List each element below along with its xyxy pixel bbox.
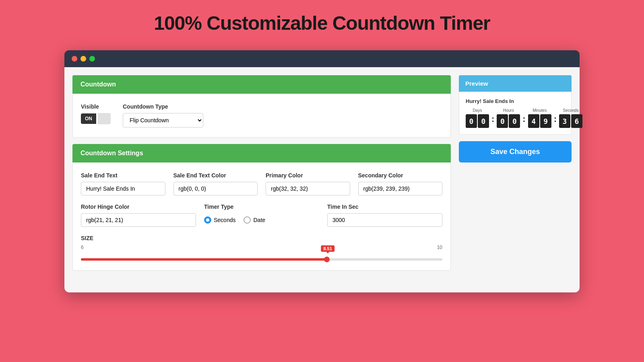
primary-color-label: Primary Color <box>266 172 350 179</box>
time-in-sec-input[interactable] <box>327 213 442 227</box>
seconds-digit-2: 6 <box>571 114 582 128</box>
preview-header: Preview <box>459 75 572 92</box>
rotor-hinge-input[interactable] <box>81 213 196 227</box>
preview-sale-text: Hurry! Sale Ends In <box>466 98 565 104</box>
slider-track[interactable]: 8.51 <box>81 258 442 261</box>
slider-thumb[interactable]: 8.51 <box>324 257 330 262</box>
slider-tooltip: 8.51 <box>321 245 334 252</box>
slider-fill <box>81 258 327 261</box>
timer-type-label: Timer Type <box>204 204 319 210</box>
rotor-hinge-label: Rotor Hinge Color <box>81 204 196 210</box>
minimize-icon[interactable] <box>80 56 86 62</box>
sale-end-color-group: Sale End Text Color <box>173 172 258 195</box>
countdown-days-unit: Days 0 0 <box>466 108 489 128</box>
countdown-seconds-unit: Seconds 3 6 <box>559 108 582 128</box>
slider-labels: 6 10 <box>81 245 442 250</box>
timer-type-group: Timer Type Seconds Date <box>204 204 319 227</box>
seconds-label: Seconds <box>563 108 579 113</box>
minutes-label: Minutes <box>533 108 547 113</box>
seconds-radio-label: Seconds <box>214 217 235 223</box>
secondary-color-input[interactable] <box>358 182 443 195</box>
maximize-icon[interactable] <box>89 56 95 62</box>
primary-color-input[interactable] <box>266 182 350 195</box>
days-digits: 0 0 <box>466 114 489 128</box>
separator-3: : <box>553 108 557 124</box>
secondary-color-label: Secondary Color <box>358 172 443 179</box>
size-section: SIZE 6 10 8.51 <box>81 235 442 261</box>
browser-content: Countdown Visible ON Countdown Type <box>64 67 580 292</box>
timer-type-date-option[interactable]: Date <box>244 216 265 224</box>
countdown-section-header: Countdown <box>72 75 451 94</box>
visible-group: Visible ON <box>81 103 111 124</box>
browser-window: Countdown Visible ON Countdown Type <box>64 50 580 292</box>
days-digit-1: 0 <box>466 114 477 128</box>
close-icon[interactable] <box>72 56 77 62</box>
preview-panel: Preview Hurry! Sale Ends In Days 0 0 : <box>459 75 572 284</box>
minutes-digit-2: 9 <box>540 114 551 128</box>
date-radio-label: Date <box>253 217 265 223</box>
minutes-digits: 4 9 <box>528 114 551 128</box>
page-title: 100% Customizable Countdown Timer <box>154 12 490 34</box>
seconds-digit-1: 3 <box>559 114 570 128</box>
seconds-radio-checked <box>204 216 211 224</box>
hours-digits: 0 0 <box>497 114 520 128</box>
toggle-on-label: ON <box>81 113 96 124</box>
countdown-display: Days 0 0 : Hours 0 0 <box>466 108 565 128</box>
time-in-sec-label: Time In Sec <box>327 204 442 210</box>
countdown-form-row: Visible ON Countdown Type Flip Countdown… <box>81 103 442 128</box>
preview-section: Preview Hurry! Sale Ends In Days 0 0 : <box>459 75 572 135</box>
main-panel: Countdown Visible ON Countdown Type <box>72 75 451 284</box>
countdown-hours-unit: Hours 0 0 <box>497 108 520 128</box>
secondary-color-group: Secondary Color <box>358 172 443 195</box>
sale-end-text-input[interactable] <box>81 182 165 195</box>
hours-label: Hours <box>503 108 514 113</box>
settings-section-body: Sale End Text Sale End Text Color Primar… <box>72 162 451 271</box>
size-label: SIZE <box>81 235 442 241</box>
countdown-minutes-unit: Minutes 4 9 <box>528 108 551 128</box>
preview-body: Hurry! Sale Ends In Days 0 0 : <box>459 92 572 135</box>
minutes-digit-1: 4 <box>528 114 539 128</box>
countdown-type-label: Countdown Type <box>123 103 203 110</box>
sale-end-text-group: Sale End Text <box>81 172 165 195</box>
hours-digit-2: 0 <box>509 114 520 128</box>
settings-section: Countdown Settings Sale End Text Sale En… <box>72 144 451 277</box>
sale-end-color-label: Sale End Text Color <box>173 172 258 179</box>
size-slider-container: 6 10 8.51 <box>81 245 442 261</box>
sale-end-text-label: Sale End Text <box>81 172 165 179</box>
days-label: Days <box>473 108 482 113</box>
settings-row1: Sale End Text Sale End Text Color Primar… <box>81 172 442 195</box>
save-changes-button[interactable]: Save Changes <box>459 141 572 162</box>
rotor-hinge-group: Rotor Hinge Color <box>81 204 196 227</box>
browser-titlebar <box>64 50 580 67</box>
settings-section-header: Countdown Settings <box>72 144 451 162</box>
time-in-sec-group: Time In Sec <box>327 204 442 227</box>
visible-label: Visible <box>81 103 111 110</box>
slider-max-label: 10 <box>437 245 442 250</box>
countdown-type-select[interactable]: Flip Countdown Simple Countdown Circle C… <box>123 113 203 128</box>
days-digit-2: 0 <box>478 114 489 128</box>
primary-color-group: Primary Color <box>266 172 350 195</box>
timer-type-seconds-option[interactable]: Seconds <box>204 216 235 224</box>
toggle-off-area <box>98 113 111 124</box>
slider-min-label: 6 <box>81 245 84 250</box>
countdown-section-body: Visible ON Countdown Type Flip Countdown… <box>72 94 451 138</box>
hours-digit-1: 0 <box>497 114 508 128</box>
settings-row2: Rotor Hinge Color Timer Type Seconds <box>81 204 442 227</box>
seconds-digits: 3 6 <box>559 114 582 128</box>
timer-type-radio-group: Seconds Date <box>204 216 319 224</box>
date-radio-unchecked <box>244 216 251 224</box>
countdown-type-group: Countdown Type Flip Countdown Simple Cou… <box>123 103 203 128</box>
separator-2: : <box>522 108 526 124</box>
countdown-section: Countdown Visible ON Countdown Type <box>72 75 451 144</box>
visible-toggle[interactable]: ON <box>81 113 111 124</box>
sale-end-color-input[interactable] <box>173 182 258 195</box>
separator-1: : <box>491 108 495 124</box>
